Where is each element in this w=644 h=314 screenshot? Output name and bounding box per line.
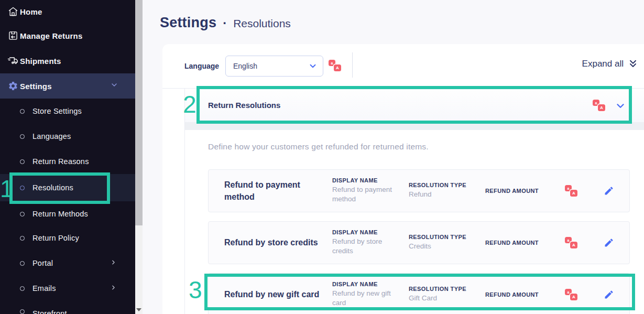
shipments-icon bbox=[7, 55, 19, 67]
section-gap bbox=[185, 122, 644, 130]
card-title: Refund by new gift card bbox=[224, 288, 340, 300]
display-name-label: DISPLAY NAME bbox=[332, 281, 398, 287]
sidebar-item-label: Return Policy bbox=[32, 234, 79, 242]
vertical-divider bbox=[352, 52, 353, 78]
sidebar-scrollbar[interactable] bbox=[135, 0, 143, 314]
sidebar-item-manage-returns[interactable]: Manage Returns bbox=[0, 23, 135, 48]
sidebar-item-label: Settings bbox=[20, 82, 52, 91]
edit-pencil-icon[interactable] bbox=[604, 186, 614, 196]
translate-icon[interactable]: a A bbox=[593, 100, 605, 111]
card-title: Refund to payment method bbox=[224, 179, 321, 203]
bullet-icon bbox=[20, 309, 25, 314]
sidebar-item-label: Store Settings bbox=[32, 107, 82, 115]
page-title-primary: Settings bbox=[160, 15, 216, 31]
display-name-column: DISPLAY NAME Refund by store credits bbox=[332, 229, 398, 256]
annotation-number-1: 1 bbox=[0, 177, 14, 201]
sidebar-item-shipments[interactable]: Shipments bbox=[0, 48, 135, 73]
settings-gear-icon bbox=[7, 80, 19, 92]
section-description: Define how your customers get refunded f… bbox=[208, 142, 429, 151]
translate-icon[interactable]: a A bbox=[329, 60, 341, 71]
edit-pencil-icon[interactable] bbox=[604, 289, 614, 300]
sidebar-item-return-methods[interactable]: Return Methods bbox=[0, 201, 135, 226]
refund-amount-column: REFUND AMOUNT bbox=[485, 188, 564, 194]
resolution-type-column: RESOLUTION TYPE Refund bbox=[409, 182, 479, 199]
bullet-icon bbox=[20, 159, 25, 164]
resolution-type-label: RESOLUTION TYPE bbox=[409, 286, 479, 292]
sidebar-item-portal[interactable]: Portal bbox=[0, 251, 135, 276]
refund-amount-label: REFUND AMOUNT bbox=[485, 291, 564, 298]
translate-icon[interactable]: a A bbox=[565, 237, 577, 248]
chevron-right-icon bbox=[110, 284, 117, 293]
chevron-down-icon bbox=[308, 61, 318, 71]
resolution-card-refund-by-new-gift-card: Refund by new gift card DISPLAY NAME Ref… bbox=[208, 273, 630, 314]
bullet-icon bbox=[20, 261, 25, 266]
resolution-type-value: Refund bbox=[409, 190, 479, 199]
sidebar-item-store-settings[interactable]: Store Settings bbox=[0, 99, 135, 124]
bullet-icon bbox=[20, 286, 25, 291]
translate-icon-front: A bbox=[570, 242, 577, 248]
scrollbar-down-arrow-icon[interactable] bbox=[136, 308, 141, 311]
sidebar-item-return-policy[interactable]: Return Policy bbox=[0, 225, 135, 251]
display-name-label: DISPLAY NAME bbox=[332, 229, 398, 235]
resolution-card-refund-to-payment-method: Refund to payment method DISPLAY NAME Re… bbox=[208, 169, 630, 212]
refund-amount-label: REFUND AMOUNT bbox=[485, 240, 564, 246]
sidebar-item-label: Languages bbox=[32, 132, 71, 140]
sidebar: Home Manage Returns Shipments Settings bbox=[0, 0, 135, 314]
resolution-type-column: RESOLUTION TYPE Gift Card bbox=[409, 286, 479, 303]
page-title-secondary: Resolutions bbox=[233, 17, 291, 30]
sidebar-item-label: Return Methods bbox=[32, 210, 88, 218]
sidebar-item-label: Emails bbox=[32, 284, 56, 293]
language-label: Language bbox=[184, 62, 219, 70]
display-name-label: DISPLAY NAME bbox=[332, 177, 398, 183]
translate-icon-front: A bbox=[334, 64, 341, 71]
translate-icon[interactable]: a A bbox=[565, 289, 577, 300]
page-title: Settings · Resolutions bbox=[160, 15, 291, 31]
edit-pencil-icon[interactable] bbox=[604, 237, 614, 248]
sidebar-item-label: Manage Returns bbox=[20, 31, 83, 40]
bullet-icon bbox=[20, 212, 25, 216]
card-title: Refund by store credits bbox=[224, 236, 321, 248]
sidebar-item-settings[interactable]: Settings bbox=[0, 73, 135, 99]
translate-icon[interactable]: a A bbox=[565, 185, 577, 197]
expand-all-button[interactable]: Expand all bbox=[545, 59, 638, 69]
chevron-down-icon[interactable] bbox=[615, 100, 626, 114]
sidebar-item-storefront[interactable]: Storefront bbox=[0, 301, 135, 314]
resolution-type-label: RESOLUTION TYPE bbox=[409, 234, 479, 240]
bullet-icon bbox=[20, 109, 25, 114]
accordion-title: Return Resolutions bbox=[208, 101, 280, 110]
display-name-column: DISPLAY NAME Refund by new gift card bbox=[332, 281, 398, 308]
sidebar-item-languages[interactable]: Languages bbox=[0, 124, 135, 149]
annotation-number-2: 2 bbox=[183, 92, 197, 116]
sidebar-item-resolutions[interactable]: Resolutions bbox=[0, 174, 135, 201]
sidebar-item-emails[interactable]: Emails bbox=[0, 276, 135, 301]
sidebar-item-label: Home bbox=[20, 7, 42, 16]
scrollbar-thumb[interactable] bbox=[135, 0, 143, 225]
sidebar-item-home[interactable]: Home bbox=[0, 0, 135, 23]
translate-icon-front: A bbox=[598, 104, 605, 111]
resolution-type-label: RESOLUTION TYPE bbox=[409, 182, 479, 188]
sidebar-item-return-reasons[interactable]: Return Reasons bbox=[0, 149, 135, 174]
breadcrumb-separator: · bbox=[223, 16, 227, 30]
refund-amount-column: REFUND AMOUNT bbox=[485, 291, 564, 298]
manage-returns-icon bbox=[7, 30, 19, 41]
home-icon bbox=[7, 6, 19, 17]
refund-amount-label: REFUND AMOUNT bbox=[485, 188, 564, 194]
chevron-right-icon bbox=[110, 258, 117, 268]
double-chevron-down-icon bbox=[628, 59, 638, 69]
app-window: Home Manage Returns Shipments Settings bbox=[0, 0, 644, 314]
resolution-type-value: Gift Card bbox=[409, 294, 479, 303]
accordion-return-resolutions[interactable]: Return Resolutions a A bbox=[185, 89, 644, 122]
sidebar-item-label: Resolutions bbox=[32, 183, 73, 192]
bullet-icon bbox=[20, 236, 25, 241]
display-name-value: Refund by new gift card bbox=[332, 289, 398, 308]
refund-amount-column: REFUND AMOUNT bbox=[485, 240, 564, 246]
resolution-type-column: RESOLUTION TYPE Credits bbox=[409, 234, 479, 251]
sidebar-item-label: Portal bbox=[32, 259, 53, 267]
expand-all-label: Expand all bbox=[582, 59, 624, 69]
display-name-value: Refund to payment method bbox=[332, 185, 398, 204]
language-select[interactable]: English bbox=[225, 56, 323, 77]
bullet-icon bbox=[20, 134, 25, 139]
sidebar-item-label: Shipments bbox=[20, 57, 61, 66]
display-name-value: Refund by store credits bbox=[332, 237, 398, 256]
translate-icon-front: A bbox=[570, 190, 577, 197]
